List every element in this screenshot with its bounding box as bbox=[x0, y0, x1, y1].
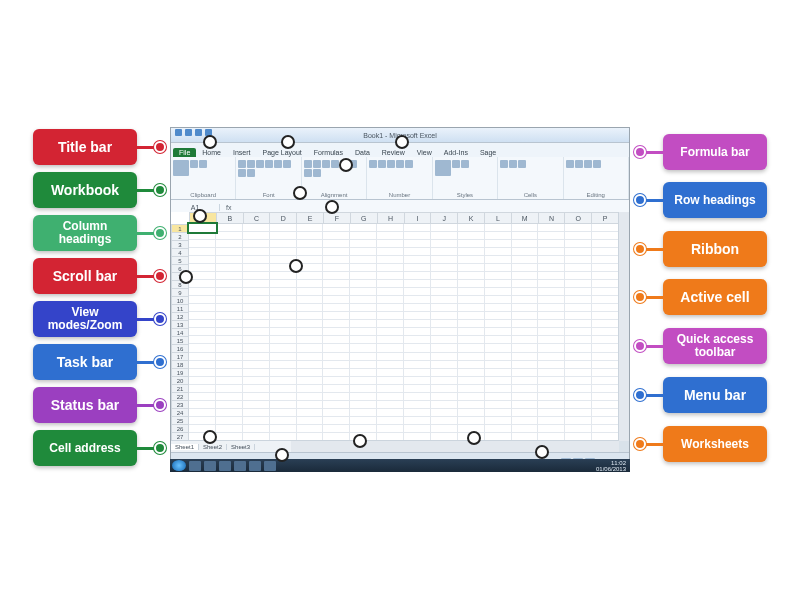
start-button-icon bbox=[172, 460, 186, 471]
vertical-scrollbar bbox=[618, 212, 629, 441]
column-headings: ABCDEFGHIJKLMNOP bbox=[189, 212, 619, 224]
label-row-headings[interactable]: Row headings bbox=[663, 182, 767, 218]
hotspot-marker[interactable] bbox=[203, 135, 217, 149]
menu-tab: Review bbox=[376, 148, 411, 157]
label-menu-bar[interactable]: Menu bar bbox=[663, 377, 767, 413]
hotspot-marker[interactable] bbox=[281, 135, 295, 149]
hotspot-marker[interactable] bbox=[467, 431, 481, 445]
hotspot-marker[interactable] bbox=[395, 135, 409, 149]
label-quick-access-toolbar[interactable]: Quick access toolbar bbox=[663, 328, 767, 364]
menu-tab: View bbox=[411, 148, 438, 157]
menu-tab: Sage bbox=[474, 148, 502, 157]
taskbar-clock: 11:0201/06/2013 bbox=[592, 460, 630, 472]
windows-taskbar: 11:0201/06/2013 bbox=[170, 459, 630, 472]
ribbon: ClipboardFontAlignmentNumberStylesCellsE… bbox=[171, 157, 629, 200]
hotspot-marker[interactable] bbox=[339, 158, 353, 172]
label-task-bar[interactable]: Task bar bbox=[33, 344, 137, 380]
label-ribbon[interactable]: Ribbon bbox=[663, 231, 767, 267]
label-view-modes-zoom[interactable]: View modes/Zoom bbox=[33, 301, 137, 337]
label-status-bar[interactable]: Status bar bbox=[33, 387, 137, 423]
menu-tab: Add-Ins bbox=[438, 148, 474, 157]
hotspot-marker[interactable] bbox=[535, 445, 549, 459]
label-title-bar[interactable]: Title bar bbox=[33, 129, 137, 165]
label-active-cell[interactable]: Active cell bbox=[663, 279, 767, 315]
menu-tab: File bbox=[173, 148, 196, 157]
cells-area bbox=[189, 224, 619, 441]
worksheet-grid: ABCDEFGHIJKLMNOP 12345678910111213141516… bbox=[171, 212, 619, 441]
label-worksheets[interactable]: Worksheets bbox=[663, 426, 767, 462]
menu-tab: Insert bbox=[227, 148, 257, 157]
menu-tab: Page Layout bbox=[256, 148, 307, 157]
menu-tab: Home bbox=[196, 148, 227, 157]
hotspot-marker[interactable] bbox=[289, 259, 303, 273]
hotspot-marker[interactable] bbox=[193, 209, 207, 223]
label-column-headings[interactable]: Column headings bbox=[33, 215, 137, 251]
label-formula-bar[interactable]: Formula bar bbox=[663, 134, 767, 170]
hotspot-marker[interactable] bbox=[353, 434, 367, 448]
label-cell-address[interactable]: Cell address bbox=[33, 430, 137, 466]
diagram-stage: Book1 - Microsoft Excel FileHomeInsertPa… bbox=[0, 0, 800, 600]
label-scroll-bar[interactable]: Scroll bar bbox=[33, 258, 137, 294]
hotspot-marker[interactable] bbox=[275, 448, 289, 462]
hotspot-marker[interactable] bbox=[179, 270, 193, 284]
excel-screenshot: Book1 - Microsoft Excel FileHomeInsertPa… bbox=[170, 127, 630, 472]
menu-tab: Formulas bbox=[308, 148, 349, 157]
row-headings: 1234567891011121314151617181920212223242… bbox=[171, 224, 189, 441]
label-workbook[interactable]: Workbook bbox=[33, 172, 137, 208]
menu-tab: Data bbox=[349, 148, 376, 157]
active-cell bbox=[189, 224, 216, 232]
hotspot-marker[interactable] bbox=[203, 430, 217, 444]
fx-icon: fx bbox=[220, 204, 237, 211]
hotspot-marker[interactable] bbox=[293, 186, 307, 200]
hotspot-marker[interactable] bbox=[325, 200, 339, 214]
